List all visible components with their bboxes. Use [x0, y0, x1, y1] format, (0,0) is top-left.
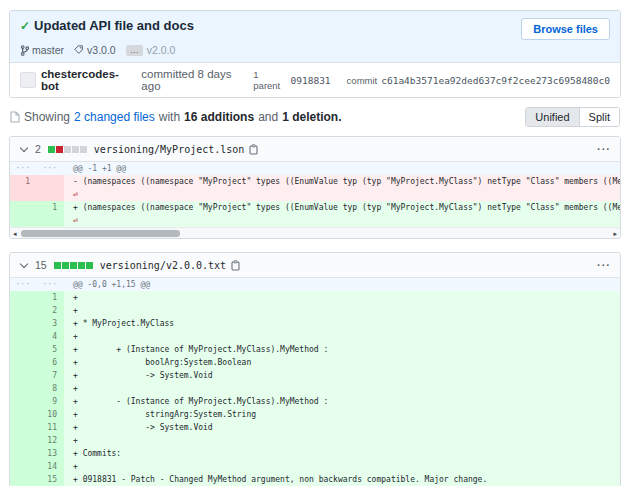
scroll-right-arrow-icon[interactable]: ▸	[613, 228, 617, 239]
file-changes-count: 15	[35, 259, 47, 271]
code-line-text: +	[73, 382, 620, 395]
additions-count: 16 additions	[184, 110, 254, 124]
new-line-number[interactable]: 4	[37, 330, 64, 343]
code-cell: + boolArg:System.Boolean	[64, 356, 620, 369]
new-line-number[interactable]: 3	[37, 317, 64, 330]
new-line-number[interactable]: 1	[37, 291, 64, 304]
tag-secondary-label[interactable]: v2.0.0	[147, 44, 176, 56]
old-line-number[interactable]	[10, 460, 37, 473]
diff-line-row: 12+	[10, 434, 620, 447]
copy-path-icon[interactable]	[231, 260, 241, 271]
avatar[interactable]	[20, 72, 36, 88]
diffstat-block-add	[54, 262, 61, 269]
chevron-down-icon[interactable]	[20, 259, 28, 267]
new-line-number[interactable]: 12	[37, 434, 64, 447]
code-cell: +	[64, 291, 620, 304]
committer-name[interactable]: chestercodes-bot	[41, 68, 136, 92]
old-line-number[interactable]: 1	[10, 175, 37, 201]
old-line-number[interactable]	[10, 408, 37, 421]
code-cell: + + (Instance of MyProject.MyClass).MyMe…	[64, 343, 620, 356]
old-line-number[interactable]: ···	[10, 278, 37, 291]
diff-line-row: 8+	[10, 382, 620, 395]
code-cell: @@ -1 +1 @@	[64, 162, 620, 175]
old-line-number[interactable]	[10, 434, 37, 447]
file-name[interactable]: versioning/v2.0.0.txt	[100, 260, 226, 271]
code-line-text: + * MyProject.MyClass	[73, 317, 620, 330]
scroll-left-arrow-icon[interactable]: ◂	[13, 228, 17, 239]
file-name[interactable]: versioning/MyProject.lson	[94, 144, 245, 155]
horizontal-scrollbar[interactable]: ◂ ▸	[10, 227, 620, 238]
old-line-number[interactable]	[10, 291, 37, 304]
code-cell: + 0918831 - Patch - Changed MyMethod arg…	[64, 473, 620, 486]
diffstat	[54, 262, 93, 269]
parent-label: 1 parent	[253, 69, 286, 91]
diff-toolbar: Showing 2 changed files with 16 addition…	[9, 107, 621, 127]
new-line-number[interactable]: ···	[37, 278, 64, 291]
code-cell: + (namespaces ((namespace "MyProject" ty…	[64, 201, 620, 227]
code-cell: - (namespaces ((namespace "MyProject" ty…	[64, 175, 620, 201]
unified-view-button[interactable]: Unified	[526, 108, 578, 126]
code-line-text: +	[73, 330, 620, 343]
scrollbar-track[interactable]	[20, 230, 611, 237]
parent-sha[interactable]: 0918831	[291, 75, 331, 86]
code-line-text: + - (Instance of MyProject.MyClass).MyMe…	[73, 395, 620, 408]
old-line-number[interactable]	[10, 330, 37, 343]
old-line-number[interactable]	[10, 304, 37, 317]
new-line-number[interactable]: 14	[37, 460, 64, 473]
new-line-number[interactable]	[37, 175, 64, 201]
browse-files-button[interactable]: Browse files	[521, 18, 610, 40]
new-line-number[interactable]: ···	[37, 162, 64, 175]
old-line-number[interactable]	[10, 369, 37, 382]
code-cell: + * MyProject.MyClass	[64, 317, 620, 330]
branch-group[interactable]: master	[20, 44, 64, 56]
diffstat-block-add	[86, 262, 93, 269]
no-newline-icon: ⏎	[73, 188, 620, 201]
split-view-button[interactable]: Split	[579, 108, 619, 126]
diff-line-row: 1- (namespaces ((namespace "MyProject" t…	[10, 175, 620, 201]
new-line-number[interactable]: 15	[37, 473, 64, 486]
code-line-text: +	[73, 291, 620, 304]
scrollbar-thumb[interactable]	[21, 230, 181, 237]
changed-files-link[interactable]: 2 changed files	[74, 110, 155, 124]
diff-line-row: 2+	[10, 304, 620, 317]
old-line-number[interactable]	[10, 201, 37, 227]
commit-banner: ✓ Updated API file and docs Browse files…	[9, 10, 621, 98]
code-cell: +	[64, 382, 620, 395]
showing-summary: Showing 2 changed files with 16 addition…	[10, 110, 342, 124]
new-line-number[interactable]: 11	[37, 421, 64, 434]
code-line-text: + -> System.Void	[73, 421, 620, 434]
copy-path-icon[interactable]	[249, 144, 259, 155]
deletions-count: 1 deletion.	[282, 110, 341, 124]
old-line-number[interactable]	[10, 395, 37, 408]
file-options-kebab-icon[interactable]: ···	[597, 259, 611, 271]
new-line-number[interactable]: 8	[37, 382, 64, 395]
diff-table: ······@@ -0,0 +1,15 @@1+2+3+ * MyProject…	[10, 278, 620, 486]
new-line-number[interactable]: 10	[37, 408, 64, 421]
new-line-number[interactable]: 2	[37, 304, 64, 317]
tag-ellipsis-badge[interactable]: …	[126, 45, 143, 56]
code-cell: + -> System.Void	[64, 421, 620, 434]
tag-group[interactable]: v3.0.0	[74, 44, 116, 56]
old-line-number[interactable]	[10, 421, 37, 434]
old-line-number[interactable]	[10, 343, 37, 356]
old-line-number[interactable]	[10, 382, 37, 395]
old-line-number[interactable]	[10, 473, 37, 486]
new-line-number[interactable]: 7	[37, 369, 64, 382]
file-options-kebab-icon[interactable]: ···	[597, 143, 611, 155]
new-line-number[interactable]: 13	[37, 447, 64, 460]
check-icon: ✓	[20, 19, 30, 33]
diff-line-row: 9+ - (Instance of MyProject.MyClass).MyM…	[10, 395, 620, 408]
committer-row: chestercodes-bot committed 8 days ago 1 …	[10, 62, 620, 97]
file-diff-section: 2 versioning/MyProject.lson ··· ······@@…	[9, 136, 621, 239]
new-line-number[interactable]: 1	[37, 201, 64, 227]
tag-primary-label: v3.0.0	[87, 44, 116, 56]
new-line-number[interactable]: 6	[37, 356, 64, 369]
new-line-number[interactable]: 9	[37, 395, 64, 408]
chevron-down-icon[interactable]	[20, 143, 28, 151]
old-line-number[interactable]: ···	[10, 162, 37, 175]
hunk-row: ······@@ -0,0 +1,15 @@	[10, 278, 620, 291]
new-line-number[interactable]: 5	[37, 343, 64, 356]
old-line-number[interactable]	[10, 447, 37, 460]
old-line-number[interactable]	[10, 356, 37, 369]
old-line-number[interactable]	[10, 317, 37, 330]
